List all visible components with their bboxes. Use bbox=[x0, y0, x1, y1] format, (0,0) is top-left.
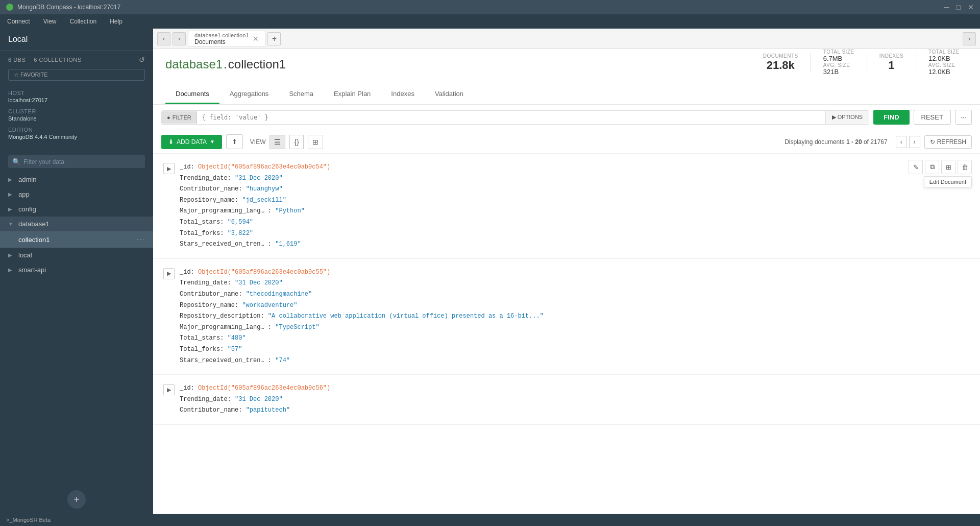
doc-field: _id: ObjectId("605af896ac263e4ec0ab9c55"… bbox=[180, 267, 970, 278]
sidebar-item-admin[interactable]: ▶ admin bbox=[0, 172, 153, 187]
minimize-button[interactable]: ─ bbox=[944, 3, 949, 11]
tab-forward-button[interactable]: › bbox=[173, 32, 186, 45]
tab-close-icon[interactable]: ✕ bbox=[253, 35, 259, 43]
window-controls[interactable]: ─ □ ✕ bbox=[944, 3, 974, 11]
doc-field: Contributor_name: "papitutech" bbox=[180, 405, 970, 416]
indexes-stat: INDEXES 1 bbox=[879, 53, 903, 72]
document-card: ▶ _id: ObjectId("605af896ac263e4ec0ab9c5… bbox=[153, 375, 980, 425]
sidebar-item-database1[interactable]: ▼ database1 bbox=[0, 217, 153, 231]
favorite-button[interactable]: ☆ FAVORITE bbox=[8, 69, 145, 81]
filter-input[interactable] bbox=[197, 111, 825, 124]
expand-doc-button[interactable]: ▶ bbox=[163, 268, 175, 279]
add-data-icon: ⬇ bbox=[168, 138, 174, 146]
sidebar-dbs-row: 6 DBS 6 COLLECTIONS ↺ bbox=[0, 51, 153, 66]
sidebar-filter[interactable]: 🔍 bbox=[8, 155, 145, 168]
index-total-size-value: 12.0KB bbox=[928, 55, 960, 62]
tab-indexes-nav[interactable]: Indexes bbox=[381, 85, 425, 104]
tab-collection-name: database1.collection1 bbox=[194, 32, 249, 38]
document-card: ▶ _id: ObjectId("605af896ac263e4ec0ab9c5… bbox=[153, 154, 980, 259]
index-avg-size-label: AVG. SIZE bbox=[928, 62, 960, 68]
total-size-label: TOTAL SIZE bbox=[823, 49, 854, 55]
tab-explain-nav[interactable]: Explain Plan bbox=[324, 85, 381, 104]
delete-doc-button[interactable]: 🗑 bbox=[958, 160, 972, 174]
doc-field: _id: ObjectId("605af896ac263e4ec0ab9c54"… bbox=[180, 162, 970, 173]
index-total-size-label: TOTAL SIZE bbox=[928, 49, 960, 55]
doc-content: _id: ObjectId("605af896ac263e4ec0ab9c55"… bbox=[180, 267, 970, 366]
sidebar-item-app[interactable]: ▶ app bbox=[0, 187, 153, 202]
tab-label: Documents bbox=[194, 38, 249, 45]
tab-right-nav[interactable]: › bbox=[963, 32, 976, 45]
maximize-button[interactable]: □ bbox=[957, 3, 961, 11]
doc-field: Contributor_name: "huanghyw" bbox=[180, 184, 970, 195]
add-database-button[interactable]: + bbox=[67, 490, 86, 509]
export-icon: ⬆ bbox=[232, 138, 237, 146]
sidebar: Local 6 DBS 6 COLLECTIONS ↺ ☆ FAVORITE H… bbox=[0, 29, 153, 514]
collection-name: collection1 bbox=[228, 57, 286, 71]
sidebar-title: Local bbox=[0, 29, 153, 51]
sidebar-item-local[interactable]: ▶ local bbox=[0, 248, 153, 262]
sidebar-filter-input[interactable] bbox=[23, 158, 141, 165]
doc-field: Repository_name: "workadventure" bbox=[180, 300, 970, 312]
doc-field: Total_forks: "57" bbox=[180, 344, 970, 355]
options-button[interactable]: ▶ OPTIONS bbox=[825, 111, 869, 124]
mongosh-label[interactable]: >_MongoSH Beta bbox=[6, 517, 51, 523]
export-button[interactable]: ⬆ bbox=[226, 134, 243, 149]
sidebar-item-smart-api[interactable]: ▶ smart-api bbox=[0, 262, 153, 277]
find-button[interactable]: FIND bbox=[873, 110, 909, 125]
reset-button[interactable]: RESET bbox=[914, 110, 951, 125]
doc-field: _id: ObjectId("605af896ac263e4ec0ab9c56"… bbox=[180, 383, 970, 394]
doc-content: _id: ObjectId("605af896ac263e4ec0ab9c56"… bbox=[180, 383, 970, 416]
host-label: HOST bbox=[8, 90, 145, 96]
copy-doc-button[interactable]: ⧉ bbox=[925, 160, 939, 174]
menu-connect[interactable]: Connect bbox=[5, 17, 32, 26]
close-button[interactable]: ✕ bbox=[968, 3, 974, 11]
stat-divider bbox=[811, 52, 811, 73]
tab-back-button[interactable]: ‹ bbox=[157, 32, 170, 45]
content-area: ‹ › database1.collection1 Documents ✕ + … bbox=[153, 29, 980, 514]
title-bar: MongoDB Compass - localhost:27017 ─ □ ✕ bbox=[0, 0, 980, 14]
filter-button[interactable]: ● FILTER bbox=[162, 111, 197, 124]
view-table-button[interactable]: ⊞ bbox=[308, 135, 323, 149]
doc-content: _id: ObjectId("605af896ac263e4ec0ab9c54"… bbox=[180, 162, 970, 250]
tab-documents-nav[interactable]: Documents bbox=[165, 85, 219, 104]
docs-stat-value: 21.8k bbox=[767, 59, 795, 71]
size-stat-group: TOTAL SIZE 6.7MB AVG. SIZE 321B bbox=[823, 49, 854, 76]
clone-doc-button[interactable]: ⊞ bbox=[941, 160, 955, 174]
db-list: ▶ admin ▶ app ▶ config ▼ database1 colle… bbox=[0, 172, 153, 485]
view-list-button[interactable]: ☰ bbox=[270, 135, 285, 149]
add-data-button[interactable]: ⬇ ADD DATA ▼ bbox=[161, 135, 222, 149]
doc-field: Major_programming_lang… : "TypeScript" bbox=[180, 322, 970, 333]
sidebar-item-config[interactable]: ▶ config bbox=[0, 202, 153, 217]
tab-validation-nav[interactable]: Validation bbox=[425, 85, 474, 104]
expand-doc-button[interactable]: ▶ bbox=[163, 384, 175, 395]
documents-area: ▶ _id: ObjectId("605af896ac263e4ec0ab9c5… bbox=[153, 154, 980, 514]
doc-field: Stars_received_on_tren… : "1,619" bbox=[180, 239, 970, 250]
tab-aggregations-nav[interactable]: Aggregations bbox=[219, 85, 279, 104]
menu-view[interactable]: View bbox=[41, 17, 59, 26]
doc-actions: ✎ ⧉ ⊞ 🗑 bbox=[909, 160, 972, 174]
expand-doc-button[interactable]: ▶ bbox=[163, 163, 175, 174]
add-tab-button[interactable]: + bbox=[267, 32, 281, 45]
doc-field: Trending_date: "31 Dec 2020" bbox=[180, 278, 970, 289]
window-title: MongoDB Compass - localhost:27017 bbox=[17, 4, 120, 11]
menu-collection[interactable]: Collection bbox=[68, 17, 99, 26]
filter-label: FILTER bbox=[173, 114, 191, 121]
refresh-button[interactable]: ↻ REFRESH bbox=[924, 135, 972, 149]
menu-help[interactable]: Help bbox=[108, 17, 125, 26]
tab-schema-nav[interactable]: Schema bbox=[279, 85, 324, 104]
sidebar-collection-collection1[interactable]: collection1 ··· bbox=[0, 231, 153, 248]
doc-field: Total_stars: "6,594" bbox=[180, 217, 970, 228]
next-page-button[interactable]: › bbox=[909, 136, 920, 148]
dropdown-arrow-icon: ▼ bbox=[210, 139, 215, 145]
more-options-button[interactable]: ··· bbox=[955, 110, 972, 125]
db-name-config: config bbox=[18, 205, 36, 213]
prev-page-button[interactable]: ‹ bbox=[896, 136, 907, 148]
view-code-button[interactable]: {} bbox=[289, 135, 303, 149]
db-name-admin: admin bbox=[18, 176, 36, 183]
refresh-icon[interactable]: ↺ bbox=[139, 56, 145, 64]
docs-stat: DOCUMENTS 21.8k bbox=[763, 53, 798, 72]
index-avg-size-value: 12.0KB bbox=[928, 68, 960, 76]
edit-doc-button[interactable]: ✎ bbox=[909, 160, 923, 174]
tab-documents[interactable]: database1.collection1 Documents ✕ bbox=[188, 31, 265, 47]
collection-options-icon[interactable]: ··· bbox=[137, 235, 145, 244]
